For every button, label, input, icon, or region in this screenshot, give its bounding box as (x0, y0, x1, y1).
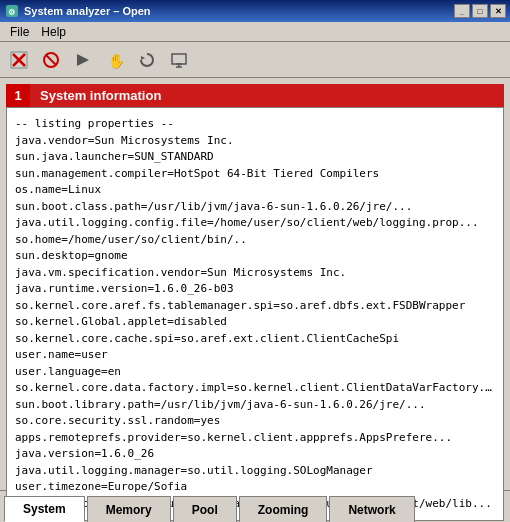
info-line: java.util.logging.manager=so.util.loggin… (15, 463, 495, 480)
info-line: so.core.security.ssl.random=yes (15, 413, 495, 430)
info-line: so.kernel.core.aref.fs.tablemanager.spi=… (15, 298, 495, 315)
minimize-button[interactable]: _ (454, 4, 470, 18)
refresh-tool-button[interactable] (132, 46, 162, 74)
svg-rect-10 (172, 54, 186, 64)
info-line: sun.management.compiler=HotSpot 64-Bit T… (15, 166, 495, 183)
cancel-tool-button[interactable] (36, 46, 66, 74)
bottom-tab-pool[interactable]: Pool (173, 496, 237, 522)
svg-text:⚙: ⚙ (8, 8, 15, 17)
maximize-button[interactable]: □ (472, 4, 488, 18)
close-button[interactable]: ✕ (490, 4, 506, 18)
title-bar: ⚙ System analyzer – Open _ □ ✕ (0, 0, 510, 22)
info-line: sun.java.launcher=SUN_STANDARD (15, 149, 495, 166)
svg-line-6 (46, 55, 56, 65)
app-icon: ⚙ (4, 3, 20, 19)
panel-header: 1 System information (6, 84, 504, 107)
title-bar-buttons[interactable]: _ □ ✕ (454, 4, 506, 18)
info-line: sun.desktop=gnome (15, 248, 495, 265)
main-content: 1 System information -- listing properti… (0, 78, 510, 490)
svg-text:✋: ✋ (108, 53, 124, 69)
tab-panel: 1 System information -- listing properti… (6, 84, 504, 521)
panel-number: 1 (6, 84, 30, 107)
info-line: user.timezone=Europe/Sofia (15, 479, 495, 496)
info-line: sun.boot.class.path=/usr/lib/jvm/java-6-… (15, 199, 495, 216)
info-line: apps.remoteprefs.provider=so.kernel.clie… (15, 430, 495, 447)
close-tool-button[interactable] (4, 46, 34, 74)
info-line: java.runtime.version=1.6.0_26-b03 (15, 281, 495, 298)
info-line: so.home=/home/user/so/client/bin/.. (15, 232, 495, 249)
toolbar: ✋ (0, 42, 510, 78)
hand-tool-button[interactable]: ✋ (100, 46, 130, 74)
bottom-tab-network[interactable]: Network (329, 496, 414, 522)
bottom-tab-zooming[interactable]: Zooming (239, 496, 328, 522)
svg-marker-7 (77, 54, 89, 66)
forward-tool-button[interactable] (68, 46, 98, 74)
info-line: -- listing properties -- (15, 116, 495, 133)
bottom-tab-memory[interactable]: Memory (87, 496, 171, 522)
window-title: System analyzer – Open (24, 5, 454, 17)
info-line: so.kernel.core.data.factory.impl=so.kern… (15, 380, 495, 397)
info-line: java.vm.specification.vendor=Sun Microsy… (15, 265, 495, 282)
menu-help[interactable]: Help (35, 23, 72, 41)
menu-file[interactable]: File (4, 23, 35, 41)
info-line: sun.boot.library.path=/usr/lib/jvm/java-… (15, 397, 495, 414)
system-info-content[interactable]: -- listing properties --java.vendor=Sun … (6, 107, 504, 521)
info-line: java.util.logging.config.file=/home/user… (15, 215, 495, 232)
bottom-tab-system[interactable]: System (4, 496, 85, 522)
info-line: os.name=Linux (15, 182, 495, 199)
screen-tool-button[interactable] (164, 46, 194, 74)
info-line: user.name=user (15, 347, 495, 364)
panel-title: System information (30, 84, 504, 107)
info-line: user.language=en (15, 364, 495, 381)
info-line: java.version=1.6.0_26 (15, 446, 495, 463)
svg-marker-9 (141, 56, 145, 60)
info-line: so.kernel.core.cache.spi=so.aref.ext.cli… (15, 331, 495, 348)
menu-bar: File Help (0, 22, 510, 42)
info-line: so.kernel.Global.applet=disabled (15, 314, 495, 331)
info-line: java.vendor=Sun Microsystems Inc. (15, 133, 495, 150)
